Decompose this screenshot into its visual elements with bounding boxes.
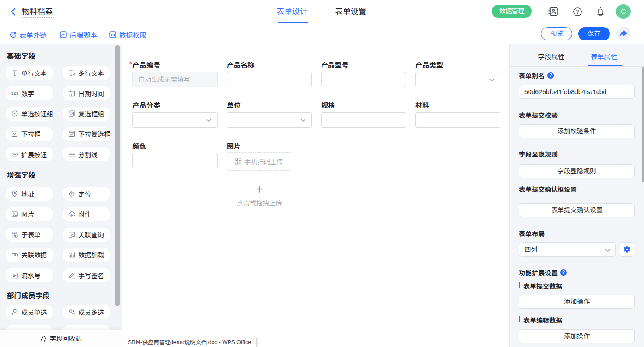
svg-text:?: ? xyxy=(576,8,579,15)
